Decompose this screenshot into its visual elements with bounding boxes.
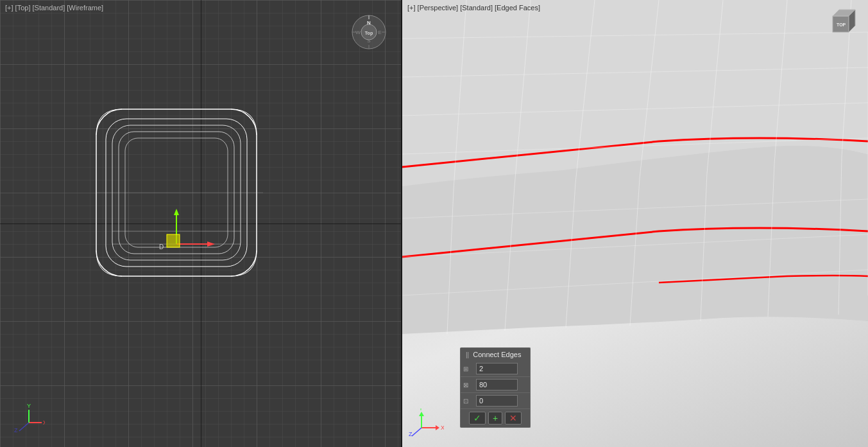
panel-title-text: Connect Edges: [473, 351, 521, 358]
svg-line-29: [19, 423, 29, 431]
connect-edges-panel: || Connect Edges ⊞ ⊠ ⊡ ✓ + ✕: [460, 347, 531, 428]
svg-text:S: S: [367, 38, 370, 44]
svg-text:Y: Y: [27, 403, 31, 409]
svg-marker-69: [436, 425, 439, 430]
left-viewport-label: [+] [Top] [Standard] [Wireframe]: [5, 4, 103, 12]
svg-text:TOP: TOP: [837, 22, 846, 27]
svg-text:X: X: [43, 419, 45, 426]
cancel-button[interactable]: ✕: [505, 412, 522, 425]
panel-title-bar[interactable]: || Connect Edges: [460, 347, 531, 361]
svg-line-74: [412, 428, 421, 436]
add-button[interactable]: +: [488, 412, 502, 425]
slide-icon: ⊡: [463, 398, 473, 405]
svg-text:Z: Z: [409, 431, 413, 437]
ok-button[interactable]: ✓: [469, 412, 486, 425]
pinch-input[interactable]: [476, 379, 518, 390]
slide-row: ⊡: [460, 393, 531, 409]
left-viewport[interactable]: [+] [Top] [Standard] [Wireframe] N S E W…: [0, 0, 402, 447]
axis-gizmo-left: X Y Z: [13, 400, 45, 434]
svg-text:E: E: [378, 30, 381, 35]
svg-text:Y: Y: [419, 408, 423, 412]
svg-rect-23: [167, 234, 180, 247]
segments-icon: ⊞: [463, 365, 473, 372]
svg-text:X: X: [441, 425, 444, 431]
panel-buttons: ✓ + ✕: [460, 409, 531, 428]
axis-gizmo-right: X Y Z: [409, 408, 444, 439]
wireframe-object: D: [90, 103, 263, 283]
segments-input[interactable]: [476, 363, 518, 374]
main-container: [+] [Top] [Standard] [Wireframe] N S E W…: [0, 0, 868, 447]
right-viewport[interactable]: [+] [Perspective] [Standard] [Edged Face…: [402, 0, 868, 447]
segments-row: ⊞: [460, 361, 531, 377]
svg-text:N: N: [367, 20, 371, 26]
right-viewport-label: [+] [Perspective] [Standard] [Edged Face…: [407, 4, 540, 12]
svg-text:Top: Top: [365, 31, 373, 36]
drag-handle-icon: ||: [466, 351, 469, 358]
slide-input[interactable]: [476, 395, 518, 407]
svg-marker-22: [207, 241, 215, 247]
compass-gizmo: N S E W Top: [350, 13, 388, 51]
pinch-row: ⊠: [460, 377, 531, 393]
svg-marker-20: [174, 209, 179, 215]
svg-text:W: W: [355, 30, 361, 35]
svg-text:Z: Z: [14, 427, 18, 432]
svg-marker-72: [419, 412, 424, 416]
svg-text:D: D: [159, 243, 164, 250]
viewcube[interactable]: TOP: [830, 6, 862, 39]
pinch-icon: ⊠: [463, 381, 473, 389]
